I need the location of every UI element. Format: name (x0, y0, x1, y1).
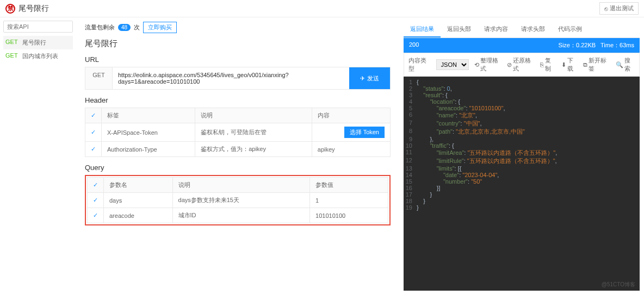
resp-time: Time：63ms (600, 42, 634, 48)
url-section-label: URL (85, 55, 391, 64)
tab-req-header[interactable]: 请求头部 (515, 22, 552, 37)
logo-icon: 禁 (5, 4, 15, 14)
page-title: 尾号限行 (85, 39, 391, 49)
select-token-button[interactable]: 选择 Token (344, 127, 385, 138)
col-desc: 说明 (195, 108, 312, 123)
col-desc: 说明 (172, 178, 310, 193)
check-icon[interactable]: ✓ (93, 212, 98, 218)
flow-unit: 次 (134, 23, 140, 32)
watermark: @51CTO博客 (602, 281, 635, 288)
status-code: 200 (409, 41, 419, 49)
send-button[interactable]: ✈ 发送 (349, 67, 390, 89)
api-name-label: 国内城市列表 (22, 52, 58, 60)
query-highlight-box: ✓ 参数名 说明 参数值 ✓ days days参数支持未来15天 1 ✓ ar… (85, 175, 391, 225)
table-row: ✓ areacode 城市ID 101010100 (88, 208, 388, 223)
api-name-label: 尾号限行 (22, 39, 46, 47)
col-value: 参数值 (310, 178, 388, 193)
status-bar: 200 Size：0.22KB Time：63ms (404, 38, 640, 53)
check-icon[interactable]: ✓ (91, 129, 96, 135)
col-param: 参数名 (104, 178, 173, 193)
search-api-input[interactable] (3, 21, 73, 33)
content-type-label: 内容类型 (408, 57, 431, 73)
resp-size: Size：0.22KB (559, 42, 596, 48)
response-code-area[interactable]: 1{2 "status": 0,3 "result": {4 "location… (404, 77, 640, 291)
tidy-button[interactable]: ⟲ 整理格式 (474, 57, 502, 73)
exit-test-button[interactable]: ⎋ 退出测试 (599, 2, 639, 15)
flow-label: 流量包剩余 (85, 23, 115, 32)
tab-result[interactable]: 返回结果 (404, 22, 441, 37)
tab-resp-header[interactable]: 返回头部 (441, 22, 478, 37)
copy-button[interactable]: ⎘ 复制 (540, 57, 556, 73)
url-method: GET (85, 67, 113, 89)
check-icon[interactable]: ✓ (91, 112, 96, 118)
table-row: ✓ X-APISpace-Token 鉴权私钥，可登陆后在管 选择 Token (85, 123, 391, 142)
url-input[interactable]: https://eolink.o.apispace.com/5345645/li… (113, 67, 349, 89)
download-button[interactable]: ⬇ 下载 (561, 57, 578, 73)
header-section-label: Header (85, 96, 391, 104)
check-icon[interactable]: ✓ (93, 197, 98, 203)
flow-count-badge: 48 (118, 24, 131, 31)
method-label: GET (5, 39, 18, 47)
page-header-title: 尾号限行 (18, 4, 49, 14)
search-button[interactable]: 🔍 搜索 (616, 57, 635, 73)
tab-code-sample[interactable]: 代码示例 (552, 22, 589, 37)
query-section-label: Query (85, 164, 391, 172)
header-table: ✓ 标签 说明 内容 ✓ X-APISpace-Token 鉴权私钥，可登陆后在… (85, 108, 391, 157)
query-table: ✓ 参数名 说明 参数值 ✓ days days参数支持未来15天 1 ✓ ar… (87, 177, 388, 223)
sidebar-item-xianxing[interactable]: GET 尾号限行 (3, 36, 73, 49)
method-label: GET (5, 52, 18, 60)
restore-button[interactable]: ⊘ 还原格式 (507, 57, 535, 73)
sidebar-item-citylist[interactable]: GET 国内城市列表 (3, 49, 73, 63)
tab-req-body[interactable]: 请求内容 (478, 22, 515, 37)
table-row: ✓ days days参数支持未来15天 1 (88, 193, 388, 208)
format-select[interactable]: JSON (436, 59, 469, 70)
buy-button[interactable]: 立即购买 (143, 22, 177, 33)
check-icon[interactable]: ✓ (91, 146, 96, 152)
col-tag: 标签 (102, 108, 195, 123)
send-icon: ✈ (360, 75, 365, 82)
table-row: ✓ Authorization-Type 鉴权方式，值为：apikey apik… (85, 142, 391, 157)
check-icon[interactable]: ✓ (93, 181, 98, 188)
newtab-button[interactable]: ⧉ 新开标签 (583, 57, 610, 73)
exit-icon: ⎋ (604, 5, 608, 12)
col-content: 内容 (312, 108, 390, 123)
